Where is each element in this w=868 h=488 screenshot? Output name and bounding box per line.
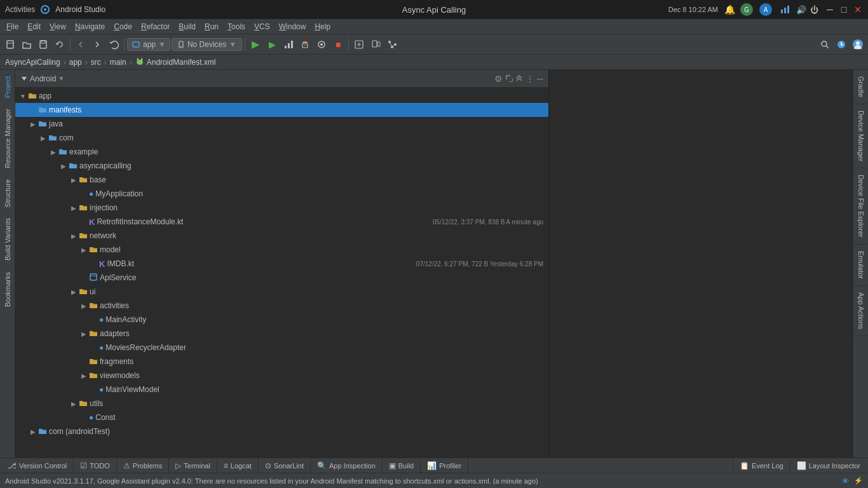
tab-structure[interactable]: Structure: [1, 174, 14, 213]
bell-icon[interactable]: 🔔: [724, 4, 735, 15]
tab-profiler[interactable]: 📊 Profiler: [421, 458, 468, 473]
menu-run[interactable]: Run: [201, 21, 222, 32]
attach-btn[interactable]: [314, 37, 329, 52]
menu-navigate[interactable]: Navigate: [71, 21, 109, 32]
android-dropdown[interactable]: Android ▼: [20, 74, 64, 83]
back-btn[interactable]: [73, 37, 88, 52]
breadcrumb-asyncapicalling[interactable]: AsyncApiCalling: [5, 58, 60, 67]
status-eye-icon[interactable]: 👁: [842, 477, 849, 485]
tab-project[interactable]: Project: [1, 71, 14, 103]
avatar-toolbar[interactable]: [850, 37, 865, 52]
tab-build[interactable]: ▣ Build: [383, 458, 421, 473]
menu-file[interactable]: File: [3, 21, 22, 32]
tab-version-control[interactable]: ⎇ Version Control: [1, 458, 74, 473]
breadcrumb-main[interactable]: main: [110, 58, 126, 67]
tree-item-asyncapicalling[interactable]: ▶ asyncapicalling: [15, 159, 548, 173]
tree-item-com[interactable]: ▶ com: [15, 131, 548, 145]
save-btn[interactable]: [36, 37, 51, 52]
tree-item-adapters[interactable]: ▶ adapters: [15, 327, 548, 341]
tree-item-app[interactable]: ▼ app: [15, 89, 548, 103]
menu-vcs[interactable]: VCS: [250, 21, 274, 32]
tab-problems[interactable]: ⚠ Problems: [117, 458, 169, 473]
open-btn[interactable]: [19, 37, 34, 52]
device-selector[interactable]: No Devices ▼: [172, 38, 242, 51]
tab-resource-manager[interactable]: Resource Manager: [1, 104, 14, 173]
expand-icon[interactable]: [505, 74, 513, 84]
gear-icon[interactable]: ⚙: [494, 74, 503, 84]
new-file-btn[interactable]: [3, 37, 18, 52]
tab-logcat[interactable]: ≡ Logcat: [217, 458, 259, 473]
tab-app-actions[interactable]: App Actions: [855, 286, 867, 336]
tree-item-mainactivity[interactable]: ● MainActivity: [15, 313, 548, 327]
update-btn[interactable]: [834, 37, 849, 52]
win-close[interactable]: ✕: [853, 4, 863, 15]
tab-device-file-explorer[interactable]: Device File Explorer: [855, 168, 867, 244]
tab-terminal[interactable]: ▷ Terminal: [169, 458, 217, 473]
coverage-btn[interactable]: [281, 37, 296, 52]
sdk-manager-btn[interactable]: [351, 37, 367, 52]
more-options-icon[interactable]: ⋮: [526, 74, 534, 84]
power-icon[interactable]: ⏻: [810, 5, 818, 15]
menu-window[interactable]: Window: [275, 21, 310, 32]
stop-btn[interactable]: ■: [330, 37, 346, 52]
menu-help[interactable]: Help: [311, 21, 334, 32]
menu-code[interactable]: Code: [110, 21, 136, 32]
structure-btn[interactable]: [384, 37, 400, 52]
tree-item-fragments[interactable]: fragments: [15, 355, 548, 369]
win-minimize[interactable]: ─: [825, 4, 835, 15]
tab-build-variants[interactable]: Build Variants: [1, 213, 14, 266]
run-btn[interactable]: ▶: [248, 37, 263, 52]
tree-item-mainviewmodel[interactable]: ● MainViewModel: [15, 383, 548, 396]
undo-btn[interactable]: [106, 37, 121, 52]
forward-btn[interactable]: [90, 37, 105, 52]
tree-item-moviesrecycleradapter[interactable]: ● MoviesRecyclerAdapter: [15, 341, 548, 355]
tree-item-manifests[interactable]: manifests: [15, 103, 548, 117]
speaker-icon[interactable]: 🔊: [796, 5, 806, 15]
tree-item-injection[interactable]: ▶ injection: [15, 201, 548, 215]
debug-btn[interactable]: [297, 37, 313, 52]
tab-event-log[interactable]: 📋 Event Log: [733, 460, 790, 471]
tree-item-com-androidtest[interactable]: ▶ com (androidTest): [15, 424, 548, 438]
file-tree[interactable]: ▼ app manifests ▶: [15, 88, 548, 458]
breadcrumb-src[interactable]: src: [91, 58, 101, 67]
minimize-panel-icon[interactable]: ─: [537, 74, 543, 84]
profile-btn[interactable]: ▶: [264, 37, 280, 52]
tab-emulator[interactable]: Emulator: [855, 245, 867, 286]
tree-item-viewmodels[interactable]: ▶ viewmodels: [15, 369, 548, 383]
breadcrumb-manifest[interactable]: AndroidManifest.xml: [147, 58, 216, 67]
tree-item-const[interactable]: ● Const: [15, 410, 548, 424]
tab-gradle[interactable]: Gradle: [855, 70, 867, 104]
tab-bookmarks[interactable]: Bookmarks: [1, 267, 14, 312]
search-btn[interactable]: [817, 37, 832, 52]
tab-device-manager[interactable]: Device Manager: [855, 104, 867, 168]
tab-todo[interactable]: ☑ TODO: [74, 458, 117, 473]
tree-item-apiservice[interactable]: ApiService: [15, 271, 548, 285]
tree-item-imdb[interactable]: K IMDB.kt 07/12/22, 6:27 PM, 722 B Yeste…: [15, 257, 548, 271]
tab-layout-inspector[interactable]: ⬜ Layout Inspector: [790, 460, 867, 471]
menu-view[interactable]: View: [46, 21, 70, 32]
tree-item-myapplication[interactable]: ● MyApplication: [15, 187, 548, 201]
app-selector[interactable]: app ▼: [127, 38, 170, 51]
tree-item-java[interactable]: ▶ java: [15, 117, 548, 131]
breadcrumb-app[interactable]: app: [69, 58, 82, 67]
tab-app-inspection[interactable]: 🔍 App Inspection: [311, 458, 383, 473]
tree-item-utils[interactable]: ▶ utils: [15, 396, 548, 410]
collapse-icon[interactable]: [515, 74, 523, 84]
avd-manager-btn[interactable]: [368, 37, 383, 52]
sync-btn[interactable]: [52, 37, 67, 52]
tree-item-model[interactable]: ▶ model: [15, 243, 548, 257]
menu-refactor[interactable]: Refactor: [137, 21, 173, 32]
tree-item-retrofitinstancemodule[interactable]: K RetrofitInstanceModule.kt 05/12/22, 3:…: [15, 215, 548, 229]
tree-item-ui[interactable]: ▶ ui: [15, 285, 548, 299]
win-maximize[interactable]: □: [839, 4, 849, 15]
tree-item-activities[interactable]: ▶ activities: [15, 299, 548, 313]
activities-label[interactable]: Activities: [5, 5, 35, 14]
status-warning-icon[interactable]: ⚡: [854, 477, 863, 485]
tree-item-network[interactable]: ▶ network: [15, 229, 548, 243]
tree-item-example[interactable]: ▶ example: [15, 145, 548, 159]
menu-tools[interactable]: Tools: [224, 21, 249, 32]
menu-edit[interactable]: Edit: [24, 21, 44, 32]
tab-sonarlint[interactable]: ⊙ SonarLint: [259, 458, 311, 473]
menu-build[interactable]: Build: [175, 21, 200, 32]
tree-item-base[interactable]: ▶ base: [15, 173, 548, 187]
